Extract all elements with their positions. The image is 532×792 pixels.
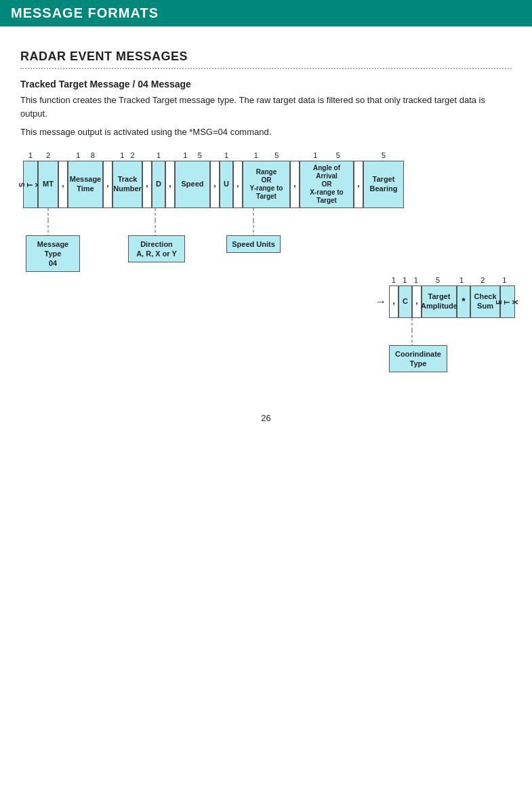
- body-text-1: This function creates the Tracked Target…: [20, 94, 512, 120]
- range-cell: RangeORY-range to Target: [243, 161, 290, 208]
- stx-cell: STX: [23, 161, 38, 208]
- row2-bit-numbers: 1 1 1 5 1 2 1: [389, 276, 512, 284]
- row2-cells-with-arrow: → , C , TargetAmplitude * CheckSum ETX: [375, 285, 512, 318]
- etx-cell: ETX: [500, 285, 515, 318]
- annotation-row-2: CoorindinateType: [389, 318, 512, 372]
- u-cell: U: [220, 161, 233, 208]
- mt-cell: MT: [38, 161, 58, 208]
- page-title: MESSAGE FORMATS: [11, 5, 159, 21]
- body-text-2: This message output is activated using t…: [20, 125, 512, 139]
- comma4: ,: [165, 161, 175, 208]
- message-format-diagram: 1 2 1 8 1 2 1 1 5 1 1 5 1 5 5 STX MT: [20, 151, 512, 372]
- row1-bit-numbers: 1 2 1 8 1 2 1 1 5 1 1 5 1 5 5: [23, 151, 512, 159]
- message-type-annotation: Message Type04: [26, 235, 80, 273]
- angle-arrival-cell: Angle of ArrivalORX-range to Target: [300, 161, 354, 208]
- speed-cell: Speed: [175, 161, 210, 208]
- coordinate-type-annotation: CoorindinateType: [389, 345, 447, 373]
- section-title: RADAR EVENT MESSAGES: [20, 50, 512, 64]
- row2-message-cells: , C , TargetAmplitude * CheckSum ETX: [389, 285, 515, 318]
- section-divider: [20, 68, 512, 69]
- comma1: ,: [58, 161, 68, 208]
- asterisk-cell: *: [457, 285, 470, 318]
- comma3: ,: [142, 161, 152, 208]
- comma2: ,: [103, 161, 112, 208]
- comma6: ,: [233, 161, 243, 208]
- row2-comma2: ,: [412, 285, 422, 318]
- page-number: 26: [20, 413, 512, 423]
- comma7: ,: [290, 161, 300, 208]
- target-bearing-cell: TargetBearing: [363, 161, 404, 208]
- c-cell: C: [398, 285, 412, 318]
- d-cell: D: [152, 161, 165, 208]
- annotation-row-1: Message Type04 DirectionA, R, X or Y Spe…: [23, 208, 512, 269]
- page-header: MESSAGE FORMATS: [0, 0, 532, 26]
- row2-arrow: →: [375, 296, 386, 308]
- track-number-cell: TrackNumber: [112, 161, 142, 208]
- subsection-title: Tracked Target Message / 04 Message: [20, 79, 512, 90]
- row1-message-cells: STX MT , MessageTime , TrackNumber , D ,…: [23, 161, 512, 208]
- row2-area: 1 1 1 5 1 2 1 → , C , TargetAmplitude * …: [20, 276, 512, 372]
- comma5: ,: [210, 161, 220, 208]
- comma8: ,: [354, 161, 363, 208]
- row2-comma1: ,: [389, 285, 398, 318]
- speed-units-annotation: Speed Units: [226, 235, 281, 253]
- message-time-cell: MessageTime: [68, 161, 103, 208]
- direction-annotation: DirectionA, R, X or Y: [128, 235, 185, 263]
- target-amplitude-cell: TargetAmplitude: [422, 285, 457, 318]
